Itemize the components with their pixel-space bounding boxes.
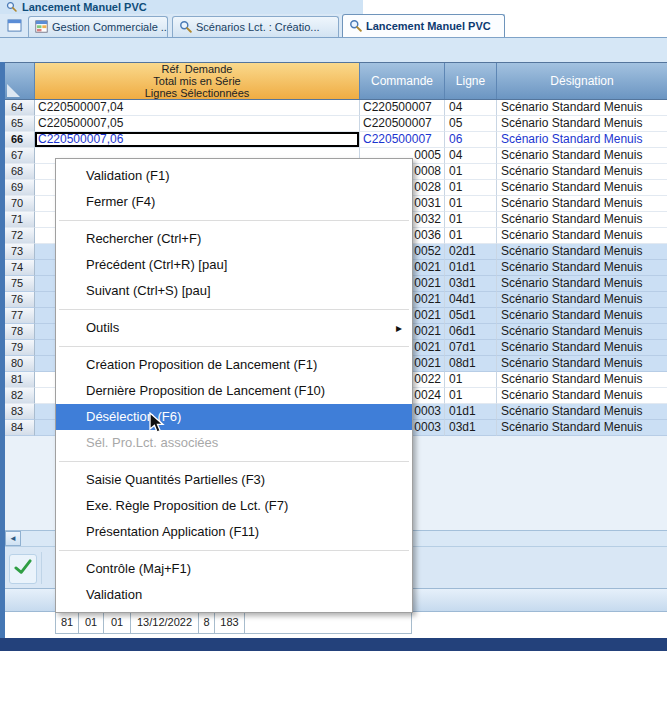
- row-number[interactable]: 66: [5, 132, 35, 148]
- designation-cell[interactable]: Scénario Standard Menuis: [497, 244, 667, 260]
- row-number[interactable]: 84: [5, 420, 35, 436]
- designation-cell[interactable]: Scénario Standard Menuis: [497, 276, 667, 292]
- menu-item[interactable]: Fermer (F4): [56, 189, 412, 215]
- designation-cell[interactable]: Scénario Standard Menuis: [497, 164, 667, 180]
- row-number[interactable]: 81: [5, 372, 35, 388]
- bottom-grid-cell[interactable]: 01: [79, 612, 104, 634]
- menu-item[interactable]: Création Proposition de Lancement (F1): [56, 352, 412, 378]
- row-number[interactable]: 79: [5, 340, 35, 356]
- ligne-cell[interactable]: 07d1: [445, 340, 497, 356]
- menu-item[interactable]: Dernière Proposition de Lancement (F10): [56, 378, 412, 404]
- column-header-ligne[interactable]: Ligne: [445, 63, 497, 99]
- ligne-cell[interactable]: 01: [445, 372, 497, 388]
- menu-item[interactable]: Suivant (Ctrl+S) [pau]: [56, 278, 412, 304]
- row-number[interactable]: 78: [5, 324, 35, 340]
- row-number[interactable]: 76: [5, 292, 35, 308]
- designation-cell[interactable]: Scénario Standard Menuis: [497, 260, 667, 276]
- ligne-cell[interactable]: 08d1: [445, 356, 497, 372]
- ligne-cell[interactable]: 01d1: [445, 260, 497, 276]
- bottom-grid-cell[interactable]: [245, 612, 412, 634]
- designation-cell[interactable]: Scénario Standard Menuis: [497, 356, 667, 372]
- ligne-cell[interactable]: 01d1: [445, 404, 497, 420]
- ligne-cell[interactable]: 01: [445, 164, 497, 180]
- column-header-commande[interactable]: Commande: [360, 63, 445, 99]
- ligne-cell[interactable]: 02d1: [445, 244, 497, 260]
- designation-cell[interactable]: Scénario Standard Menuis: [497, 308, 667, 324]
- designation-cell[interactable]: Scénario Standard Menuis: [497, 420, 667, 436]
- menu-item[interactable]: Outils▸: [56, 315, 412, 341]
- table-row[interactable]: 66C220500007,06C22050000706Scénario Stan…: [5, 132, 667, 148]
- ligne-cell[interactable]: 05d1: [445, 308, 497, 324]
- designation-cell[interactable]: Scénario Standard Menuis: [497, 132, 667, 148]
- menu-item[interactable]: Validation: [56, 582, 412, 608]
- row-number[interactable]: 83: [5, 404, 35, 420]
- commande-cell[interactable]: C220500007: [360, 100, 445, 116]
- table-row[interactable]: 65C220500007,05C22050000705Scénario Stan…: [5, 116, 667, 132]
- ligne-cell[interactable]: 04d1: [445, 292, 497, 308]
- ligne-cell[interactable]: 03d1: [445, 276, 497, 292]
- row-number[interactable]: 82: [5, 388, 35, 404]
- designation-cell[interactable]: Scénario Standard Menuis: [497, 148, 667, 164]
- row-number[interactable]: 69: [5, 180, 35, 196]
- bottom-grid-cell[interactable]: 13/12/2022: [131, 612, 199, 634]
- ligne-cell[interactable]: 01: [445, 180, 497, 196]
- designation-cell[interactable]: Scénario Standard Menuis: [497, 324, 667, 340]
- designation-cell[interactable]: Scénario Standard Menuis: [497, 196, 667, 212]
- designation-cell[interactable]: Scénario Standard Menuis: [497, 228, 667, 244]
- column-header-designation[interactable]: Désignation: [497, 63, 667, 99]
- menu-item[interactable]: Désélection (F6): [56, 404, 412, 430]
- ligne-cell[interactable]: 01: [445, 388, 497, 404]
- ref-demande-cell[interactable]: C220500007,06: [35, 132, 360, 148]
- ligne-cell[interactable]: 04: [445, 148, 497, 164]
- menu-item[interactable]: Validation (F1): [56, 163, 412, 189]
- designation-cell[interactable]: Scénario Standard Menuis: [497, 212, 667, 228]
- ligne-cell[interactable]: 05: [445, 116, 497, 132]
- column-header-ref-demande[interactable]: Réf. Demande Total mis en Série Lignes S…: [35, 63, 360, 99]
- commande-cell[interactable]: C220500007: [360, 116, 445, 132]
- designation-cell[interactable]: Scénario Standard Menuis: [497, 404, 667, 420]
- row-number[interactable]: 71: [5, 212, 35, 228]
- row-number[interactable]: 67: [5, 148, 35, 164]
- row-number[interactable]: 70: [5, 196, 35, 212]
- row-number[interactable]: 72: [5, 228, 35, 244]
- tab-scenarios-lct[interactable]: Scénarios Lct. : Créatio...: [172, 16, 339, 37]
- table-row[interactable]: 64C220500007,04C22050000704Scénario Stan…: [5, 100, 667, 116]
- column-header-corner[interactable]: [5, 63, 35, 99]
- bottom-grid-cell[interactable]: 183: [215, 612, 245, 634]
- commande-cell[interactable]: C220500007: [360, 132, 445, 148]
- row-number[interactable]: 75: [5, 276, 35, 292]
- ref-demande-cell[interactable]: C220500007,05: [35, 116, 360, 132]
- designation-cell[interactable]: Scénario Standard Menuis: [497, 180, 667, 196]
- ligne-cell[interactable]: 06d1: [445, 324, 497, 340]
- ligne-cell[interactable]: 04: [445, 100, 497, 116]
- ligne-cell[interactable]: 06: [445, 132, 497, 148]
- menu-item[interactable]: Contrôle (Maj+F1): [56, 556, 412, 582]
- ligne-cell[interactable]: 03d1: [445, 420, 497, 436]
- designation-cell[interactable]: Scénario Standard Menuis: [497, 388, 667, 404]
- menu-item[interactable]: Exe. Règle Proposition de Lct. (F7): [56, 493, 412, 519]
- ref-demande-cell[interactable]: C220500007,04: [35, 100, 360, 116]
- scroll-left-button[interactable]: ◄: [5, 531, 21, 546]
- row-number[interactable]: 65: [5, 116, 35, 132]
- menu-item[interactable]: Précédent (Ctrl+R) [pau]: [56, 252, 412, 278]
- menu-item[interactable]: Saisie Quantités Partielles (F3): [56, 467, 412, 493]
- designation-cell[interactable]: Scénario Standard Menuis: [497, 340, 667, 356]
- ligne-cell[interactable]: 01: [445, 196, 497, 212]
- bottom-grid-cell[interactable]: 81: [56, 612, 79, 634]
- tab-gestion-commerciale[interactable]: Gestion Commerciale ...: [28, 16, 168, 37]
- row-number[interactable]: 80: [5, 356, 35, 372]
- row-number[interactable]: 74: [5, 260, 35, 276]
- row-number[interactable]: 68: [5, 164, 35, 180]
- designation-cell[interactable]: Scénario Standard Menuis: [497, 116, 667, 132]
- menu-item[interactable]: Présentation Application (F11): [56, 519, 412, 545]
- menu-item[interactable]: Rechercher (Ctrl+F): [56, 226, 412, 252]
- designation-cell[interactable]: Scénario Standard Menuis: [497, 100, 667, 116]
- designation-cell[interactable]: Scénario Standard Menuis: [497, 292, 667, 308]
- tab-lancement-manuel-pvc[interactable]: Lancement Manuel PVC: [342, 14, 505, 37]
- bottom-grid-cell[interactable]: 01: [104, 612, 131, 634]
- row-number[interactable]: 73: [5, 244, 35, 260]
- validate-button[interactable]: [9, 554, 37, 584]
- row-number[interactable]: 64: [5, 100, 35, 116]
- ligne-cell[interactable]: 01: [445, 212, 497, 228]
- ligne-cell[interactable]: 01: [445, 228, 497, 244]
